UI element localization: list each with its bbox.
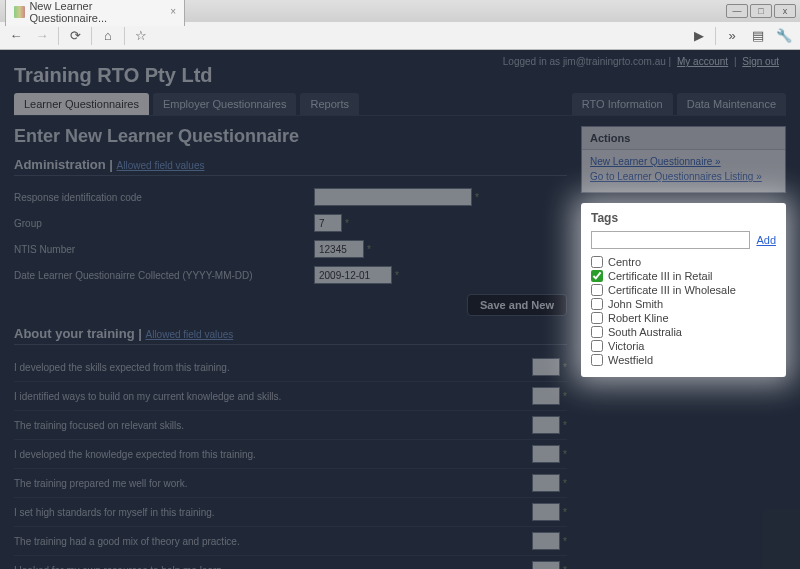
sign-out-link[interactable]: Sign out bbox=[742, 56, 779, 67]
label-date-collected: Date Learner Questionairre Collected (YY… bbox=[14, 270, 314, 281]
tag-input[interactable] bbox=[591, 231, 750, 249]
tag-checkbox[interactable] bbox=[591, 312, 603, 324]
bookmark-icon[interactable]: ☆ bbox=[131, 26, 151, 46]
tag-checkbox[interactable] bbox=[591, 284, 603, 296]
home-icon[interactable]: ⌂ bbox=[98, 26, 118, 46]
training-item-input[interactable] bbox=[532, 532, 560, 550]
logged-in-user: jim@trainingrto.com.au bbox=[563, 56, 666, 67]
save-and-new-button[interactable]: Save and New bbox=[467, 294, 567, 316]
training-row: The training prepared me well for work.* bbox=[14, 469, 567, 498]
required-icon: * bbox=[563, 420, 567, 431]
required-icon: * bbox=[563, 565, 567, 570]
training-item-input[interactable] bbox=[532, 561, 560, 569]
section-training: About your training | Allowed field valu… bbox=[14, 326, 567, 345]
label-ntis: NTIS Number bbox=[14, 244, 314, 255]
training-item-input[interactable] bbox=[532, 474, 560, 492]
link-learner-listing[interactable]: Go to Learner Questionnaires Listing » bbox=[590, 171, 777, 182]
training-item-label: I identified ways to build on my current… bbox=[14, 391, 532, 402]
training-item-input[interactable] bbox=[532, 416, 560, 434]
training-row: I developed the skills expected from thi… bbox=[14, 353, 567, 382]
quote-icon[interactable]: » bbox=[722, 26, 742, 46]
tag-checkbox[interactable] bbox=[591, 340, 603, 352]
page-body: Logged in as jim@trainingrto.com.au | My… bbox=[0, 50, 800, 569]
tag-item: Certificate III in Retail bbox=[591, 269, 776, 283]
tab-rto-information[interactable]: RTO Information bbox=[572, 93, 673, 115]
play-icon[interactable]: ▶ bbox=[689, 26, 709, 46]
label-group: Group bbox=[14, 218, 314, 229]
tab-learner-questionnaires[interactable]: Learner Questionnaires bbox=[14, 93, 149, 115]
tag-item: South Australia bbox=[591, 325, 776, 339]
page-icon[interactable]: ▤ bbox=[748, 26, 768, 46]
tab-data-maintenance[interactable]: Data Maintenance bbox=[677, 93, 786, 115]
tag-label: South Australia bbox=[608, 326, 682, 338]
training-item-label: The training focused on relevant skills. bbox=[14, 420, 532, 431]
tag-checkbox[interactable] bbox=[591, 256, 603, 268]
input-group[interactable] bbox=[314, 214, 342, 232]
required-icon: * bbox=[563, 478, 567, 489]
input-date-collected[interactable] bbox=[314, 266, 392, 284]
input-ntis[interactable] bbox=[314, 240, 364, 258]
allowed-values-link[interactable]: Allowed field values bbox=[117, 160, 205, 171]
forward-icon[interactable]: → bbox=[32, 26, 52, 46]
add-tag-link[interactable]: Add bbox=[756, 234, 776, 246]
browser-chrome: New Learner Questionnaire... × — □ x ← →… bbox=[0, 0, 800, 51]
tag-label: Westfield bbox=[608, 354, 653, 366]
required-icon: * bbox=[563, 362, 567, 373]
wrench-icon[interactable]: 🔧 bbox=[774, 26, 794, 46]
training-item-input[interactable] bbox=[532, 358, 560, 376]
main-column: Enter New Learner Questionnaire Administ… bbox=[14, 126, 567, 569]
back-icon[interactable]: ← bbox=[6, 26, 26, 46]
allowed-values-link[interactable]: Allowed field values bbox=[145, 329, 233, 340]
reload-icon[interactable]: ⟳ bbox=[65, 26, 85, 46]
training-item-input[interactable] bbox=[532, 445, 560, 463]
training-item-label: The training had a good mix of theory an… bbox=[14, 536, 532, 547]
required-icon: * bbox=[563, 536, 567, 547]
favicon-icon bbox=[14, 6, 25, 18]
tag-label: Certificate III in Wholesale bbox=[608, 284, 736, 296]
site-title: Training RTO Pty Ltd bbox=[14, 64, 786, 87]
training-item-input[interactable] bbox=[532, 503, 560, 521]
label-response-code: Response identification code bbox=[14, 192, 314, 203]
training-item-input[interactable] bbox=[532, 387, 560, 405]
tag-checkbox[interactable] bbox=[591, 326, 603, 338]
sidebar: Actions New Learner Questionnaire » Go t… bbox=[581, 126, 786, 569]
required-icon: * bbox=[563, 449, 567, 460]
training-item-label: I developed the skills expected from thi… bbox=[14, 362, 532, 373]
tag-label: Certificate III in Retail bbox=[608, 270, 713, 282]
browser-tab-title: New Learner Questionnaire... bbox=[29, 0, 166, 24]
required-icon: * bbox=[563, 507, 567, 518]
required-icon: * bbox=[475, 192, 479, 203]
minimize-button[interactable]: — bbox=[726, 4, 748, 18]
page-title: Enter New Learner Questionnaire bbox=[14, 126, 567, 147]
tag-item: Certificate III in Wholesale bbox=[591, 283, 776, 297]
tab-reports[interactable]: Reports bbox=[300, 93, 359, 115]
nav-tabs: Learner Questionnaires Employer Question… bbox=[14, 93, 786, 116]
tag-label: Robert Kline bbox=[608, 312, 669, 324]
tag-label: Victoria bbox=[608, 340, 644, 352]
tag-item: Centro bbox=[591, 255, 776, 269]
training-row: I looked for my own resources to help me… bbox=[14, 556, 567, 569]
tag-checkbox[interactable] bbox=[591, 354, 603, 366]
tag-checkbox[interactable] bbox=[591, 270, 603, 282]
my-account-link[interactable]: My account bbox=[677, 56, 728, 67]
browser-tab[interactable]: New Learner Questionnaire... × bbox=[5, 0, 185, 26]
training-item-label: I developed the knowledge expected from … bbox=[14, 449, 532, 460]
tags-title: Tags bbox=[591, 209, 776, 231]
tag-item: Victoria bbox=[591, 339, 776, 353]
required-icon: * bbox=[345, 218, 349, 229]
tag-item: John Smith bbox=[591, 297, 776, 311]
input-response-code[interactable] bbox=[314, 188, 472, 206]
tag-checkbox[interactable] bbox=[591, 298, 603, 310]
training-item-label: I set high standards for myself in this … bbox=[14, 507, 532, 518]
tab-close-icon[interactable]: × bbox=[170, 6, 176, 17]
training-row: I developed the knowledge expected from … bbox=[14, 440, 567, 469]
tab-employer-questionnaires[interactable]: Employer Questionnaires bbox=[153, 93, 297, 115]
required-icon: * bbox=[395, 270, 399, 281]
training-row: The training focused on relevant skills.… bbox=[14, 411, 567, 440]
maximize-button[interactable]: □ bbox=[750, 4, 772, 18]
window-controls: — □ x bbox=[726, 4, 800, 18]
close-button[interactable]: x bbox=[774, 4, 796, 18]
link-new-learner-questionnaire[interactable]: New Learner Questionnaire » bbox=[590, 156, 777, 167]
training-row: I set high standards for myself in this … bbox=[14, 498, 567, 527]
user-bar: Logged in as jim@trainingrto.com.au | My… bbox=[503, 56, 782, 67]
